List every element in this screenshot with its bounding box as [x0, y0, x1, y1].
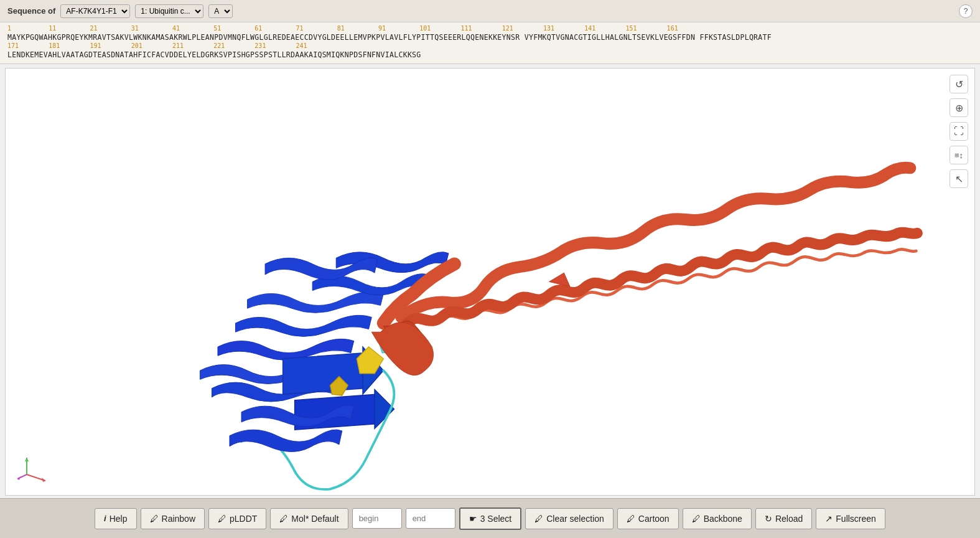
model-selector[interactable]: AF-K7K4Y1-F1 — [60, 4, 130, 18]
reload-toolbar-button[interactable]: ↺ — [950, 75, 968, 93]
begin-input[interactable] — [352, 508, 402, 529]
plddt-button[interactable]: 🖊 pLDDT — [208, 508, 266, 529]
end-input[interactable] — [406, 508, 455, 529]
help-label: Help — [110, 514, 128, 524]
select-label: 3 Select — [480, 514, 512, 524]
backbone-label: Backbone — [704, 514, 742, 524]
axes-indicator — [14, 453, 52, 486]
reload-icon: ↻ — [765, 514, 772, 524]
clear-icon: 🖊 — [534, 514, 543, 524]
clear-selection-button[interactable]: 🖊 Clear selection — [525, 508, 614, 529]
cartoon-icon: 🖊 — [627, 514, 635, 524]
cursor-toolbar-button[interactable]: ↖ — [950, 169, 968, 188]
viewer-area[interactable]: ↺ ⊕ ⛶ ≡↕ ↖ — [5, 68, 975, 496]
fullscreen-button[interactable]: ↗ Fullscreen — [816, 508, 885, 529]
sequence-text-row2: LENDKEMEVAHLVAATAGDTEASDNATAHFICFACVDDEL… — [7, 50, 973, 60]
cartoon-button[interactable]: 🖊 Cartoon — [617, 508, 679, 529]
mol-default-button[interactable]: 🖊 Mol* Default — [270, 508, 348, 529]
plddt-icon: 🖊 — [218, 514, 226, 524]
fullscreen-icon: ↗ — [825, 514, 833, 524]
mol-default-label: Mol* Default — [291, 514, 338, 524]
rainbow-icon: 🖊 — [150, 514, 159, 524]
sequence-text-row1: MAYKPGQWAHKGPRQEYKMRAVTSAKVLWKNKAMASAKRW… — [7, 32, 973, 42]
fullscreen-toolbar-button[interactable]: ⛶ — [950, 122, 968, 141]
backbone-icon: 🖊 — [692, 514, 701, 524]
protein-structure-svg — [6, 68, 974, 495]
rainbow-label: Rainbow — [162, 514, 195, 524]
chain-number-selector[interactable]: 1: Ubiquitin c... — [135, 4, 203, 18]
header-bar: Sequence of AF-K7K4Y1-F1 1: Ubiquitin c.… — [0, 0, 980, 22]
rotate-toolbar-button[interactable]: ⊕ — [950, 98, 968, 117]
cartoon-label: Cartoon — [638, 514, 670, 524]
bottom-toolbar: i Help 🖊 Rainbow 🖊 pLDDT 🖊 Mol* Default … — [0, 498, 980, 538]
rainbow-button[interactable]: 🖊 Rainbow — [141, 508, 205, 529]
mol-icon: 🖊 — [279, 514, 288, 524]
protein-canvas[interactable]: ↺ ⊕ ⛶ ≡↕ ↖ — [6, 68, 974, 495]
select-button[interactable]: ☛ 3 Select — [459, 507, 522, 530]
chain-id-selector[interactable]: A — [208, 4, 233, 18]
sequence-numbers-row1: 1 11 21 31 41 51 61 71 81 91 101 111 121… — [7, 25, 973, 32]
sequence-numbers-row2: 171 181 191 201 211 221 231 241 — [7, 42, 973, 50]
sequence-panel: 1 11 21 31 41 51 61 71 81 91 101 111 121… — [0, 22, 980, 64]
help-button[interactable]: i Help — [95, 508, 136, 529]
reload-label: Reload — [775, 514, 803, 524]
select-icon: ☛ — [469, 514, 477, 524]
settings-toolbar-button[interactable]: ≡↕ — [950, 146, 968, 164]
svg-marker-3 — [25, 458, 29, 461]
protein-orange-region — [371, 168, 917, 375]
fullscreen-label: Fullscreen — [836, 514, 876, 524]
clear-selection-label: Clear selection — [546, 514, 604, 524]
plddt-label: pLDDT — [230, 514, 257, 524]
right-toolbar: ↺ ⊕ ⛶ ≡↕ ↖ — [950, 75, 968, 188]
help-corner-button[interactable]: ? — [959, 4, 973, 18]
info-icon: i — [104, 514, 106, 523]
backbone-button[interactable]: 🖊 Backbone — [683, 508, 752, 529]
reload-button[interactable]: ↻ Reload — [755, 508, 812, 529]
sequence-label: Sequence of — [7, 6, 55, 16]
